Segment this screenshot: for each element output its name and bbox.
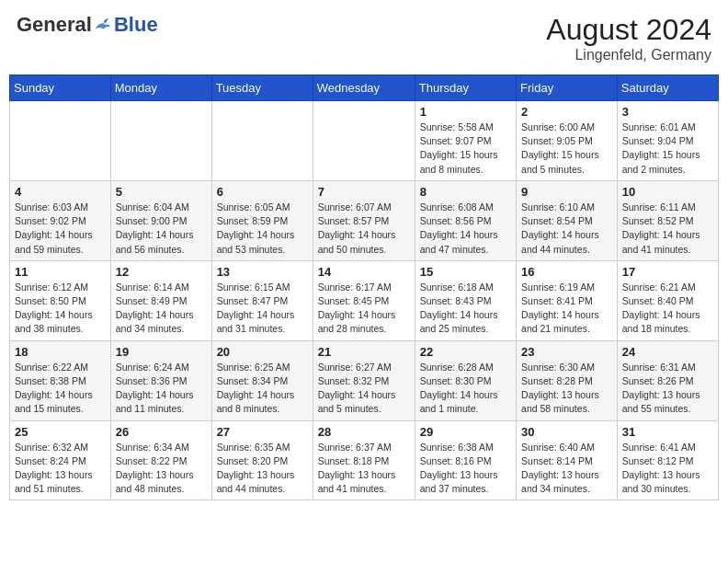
col-header-thursday: Thursday <box>415 75 516 101</box>
day-info: Sunrise: 6:00 AM Sunset: 9:05 PM Dayligh… <box>521 121 612 177</box>
calendar-week-row: 18Sunrise: 6:22 AM Sunset: 8:38 PM Dayli… <box>10 340 719 420</box>
day-number: 2 <box>521 105 612 119</box>
title-block: August 2024 Lingenfeld, Germany <box>546 13 711 63</box>
day-number: 11 <box>15 265 106 279</box>
day-info: Sunrise: 6:38 AM Sunset: 8:16 PM Dayligh… <box>420 441 511 497</box>
day-number: 12 <box>116 265 207 279</box>
day-number: 16 <box>521 265 612 279</box>
calendar-cell: 18Sunrise: 6:22 AM Sunset: 8:38 PM Dayli… <box>10 340 111 420</box>
day-info: Sunrise: 6:10 AM Sunset: 8:54 PM Dayligh… <box>521 201 612 257</box>
logo: General Blue <box>17 13 158 37</box>
day-info: Sunrise: 6:40 AM Sunset: 8:14 PM Dayligh… <box>521 441 612 497</box>
calendar-cell: 31Sunrise: 6:41 AM Sunset: 8:12 PM Dayli… <box>617 420 718 500</box>
calendar-week-row: 25Sunrise: 6:32 AM Sunset: 8:24 PM Dayli… <box>10 420 719 500</box>
day-info: Sunrise: 6:31 AM Sunset: 8:26 PM Dayligh… <box>622 361 713 417</box>
day-info: Sunrise: 6:04 AM Sunset: 9:00 PM Dayligh… <box>116 201 207 257</box>
day-number: 18 <box>15 345 106 359</box>
day-info: Sunrise: 6:18 AM Sunset: 8:43 PM Dayligh… <box>420 281 511 337</box>
logo-blue-text: Blue <box>114 13 158 37</box>
day-info: Sunrise: 6:01 AM Sunset: 9:04 PM Dayligh… <box>622 121 713 177</box>
day-number: 25 <box>15 425 106 439</box>
day-number: 22 <box>420 345 511 359</box>
calendar-week-row: 4Sunrise: 6:03 AM Sunset: 9:02 PM Daylig… <box>10 180 719 260</box>
day-info: Sunrise: 6:27 AM Sunset: 8:32 PM Dayligh… <box>318 361 410 417</box>
day-info: Sunrise: 6:34 AM Sunset: 8:22 PM Dayligh… <box>116 441 207 497</box>
col-header-wednesday: Wednesday <box>313 75 415 101</box>
day-number: 17 <box>622 265 713 279</box>
day-number: 24 <box>622 345 713 359</box>
calendar-cell: 19Sunrise: 6:24 AM Sunset: 8:36 PM Dayli… <box>110 340 211 420</box>
day-info: Sunrise: 6:24 AM Sunset: 8:36 PM Dayligh… <box>116 361 207 417</box>
day-number: 23 <box>521 345 612 359</box>
calendar-cell: 10Sunrise: 6:11 AM Sunset: 8:52 PM Dayli… <box>617 180 718 260</box>
calendar-cell: 5Sunrise: 6:04 AM Sunset: 9:00 PM Daylig… <box>110 180 211 260</box>
calendar-header-row: SundayMondayTuesdayWednesdayThursdayFrid… <box>10 75 719 101</box>
day-info: Sunrise: 6:17 AM Sunset: 8:45 PM Dayligh… <box>318 281 410 337</box>
day-number: 4 <box>15 185 106 199</box>
day-number: 7 <box>318 185 410 199</box>
day-number: 15 <box>420 265 511 279</box>
col-header-friday: Friday <box>517 75 618 101</box>
day-info: Sunrise: 6:03 AM Sunset: 9:02 PM Dayligh… <box>15 201 106 257</box>
day-number: 1 <box>420 105 511 119</box>
logo-bird-icon <box>94 17 114 33</box>
calendar-table: SundayMondayTuesdayWednesdayThursdayFrid… <box>9 75 719 500</box>
calendar-cell <box>313 101 415 181</box>
calendar-cell: 26Sunrise: 6:34 AM Sunset: 8:22 PM Dayli… <box>110 420 211 500</box>
calendar-cell: 30Sunrise: 6:40 AM Sunset: 8:14 PM Dayli… <box>517 420 618 500</box>
day-info: Sunrise: 6:22 AM Sunset: 8:38 PM Dayligh… <box>15 361 106 417</box>
day-number: 9 <box>521 185 612 199</box>
col-header-saturday: Saturday <box>617 75 718 101</box>
day-info: Sunrise: 6:07 AM Sunset: 8:57 PM Dayligh… <box>318 201 410 257</box>
calendar-cell: 25Sunrise: 6:32 AM Sunset: 8:24 PM Dayli… <box>10 420 111 500</box>
calendar-cell: 22Sunrise: 6:28 AM Sunset: 8:30 PM Dayli… <box>415 340 516 420</box>
day-number: 21 <box>318 345 410 359</box>
day-info: Sunrise: 6:14 AM Sunset: 8:49 PM Dayligh… <box>116 281 207 337</box>
day-number: 30 <box>521 425 612 439</box>
day-number: 10 <box>622 185 713 199</box>
day-number: 5 <box>116 185 207 199</box>
calendar-cell: 16Sunrise: 6:19 AM Sunset: 8:41 PM Dayli… <box>517 260 618 340</box>
day-info: Sunrise: 6:37 AM Sunset: 8:18 PM Dayligh… <box>318 441 410 497</box>
calendar-cell: 21Sunrise: 6:27 AM Sunset: 8:32 PM Dayli… <box>313 340 415 420</box>
day-number: 3 <box>622 105 713 119</box>
calendar-week-row: 1Sunrise: 5:58 AM Sunset: 9:07 PM Daylig… <box>10 101 719 181</box>
calendar-cell: 2Sunrise: 6:00 AM Sunset: 9:05 PM Daylig… <box>517 101 618 181</box>
day-info: Sunrise: 6:19 AM Sunset: 8:41 PM Dayligh… <box>521 281 612 337</box>
day-number: 29 <box>420 425 511 439</box>
day-number: 13 <box>217 265 308 279</box>
day-info: Sunrise: 6:11 AM Sunset: 8:52 PM Dayligh… <box>622 201 713 257</box>
calendar-cell <box>211 101 313 181</box>
calendar-cell: 15Sunrise: 6:18 AM Sunset: 8:43 PM Dayli… <box>415 260 516 340</box>
calendar-cell: 24Sunrise: 6:31 AM Sunset: 8:26 PM Dayli… <box>617 340 718 420</box>
calendar-cell: 6Sunrise: 6:05 AM Sunset: 8:59 PM Daylig… <box>211 180 313 260</box>
col-header-monday: Monday <box>110 75 211 101</box>
calendar-cell: 20Sunrise: 6:25 AM Sunset: 8:34 PM Dayli… <box>211 340 313 420</box>
day-number: 28 <box>318 425 410 439</box>
calendar-cell: 14Sunrise: 6:17 AM Sunset: 8:45 PM Dayli… <box>313 260 415 340</box>
day-info: Sunrise: 6:08 AM Sunset: 8:56 PM Dayligh… <box>420 201 511 257</box>
calendar-cell: 8Sunrise: 6:08 AM Sunset: 8:56 PM Daylig… <box>415 180 516 260</box>
day-info: Sunrise: 6:41 AM Sunset: 8:12 PM Dayligh… <box>622 441 713 497</box>
day-number: 26 <box>116 425 207 439</box>
calendar-cell <box>110 101 211 181</box>
calendar-week-row: 11Sunrise: 6:12 AM Sunset: 8:50 PM Dayli… <box>10 260 719 340</box>
calendar-cell: 4Sunrise: 6:03 AM Sunset: 9:02 PM Daylig… <box>10 180 111 260</box>
calendar-cell: 7Sunrise: 6:07 AM Sunset: 8:57 PM Daylig… <box>313 180 415 260</box>
month-year-title: August 2024 <box>546 13 711 47</box>
calendar-cell: 17Sunrise: 6:21 AM Sunset: 8:40 PM Dayli… <box>617 260 718 340</box>
calendar-cell: 13Sunrise: 6:15 AM Sunset: 8:47 PM Dayli… <box>211 260 313 340</box>
calendar-cell: 11Sunrise: 6:12 AM Sunset: 8:50 PM Dayli… <box>10 260 111 340</box>
day-number: 8 <box>420 185 511 199</box>
calendar-cell: 28Sunrise: 6:37 AM Sunset: 8:18 PM Dayli… <box>313 420 415 500</box>
day-info: Sunrise: 6:35 AM Sunset: 8:20 PM Dayligh… <box>217 441 308 497</box>
calendar-cell: 3Sunrise: 6:01 AM Sunset: 9:04 PM Daylig… <box>617 101 718 181</box>
calendar-cell: 9Sunrise: 6:10 AM Sunset: 8:54 PM Daylig… <box>517 180 618 260</box>
calendar-cell: 1Sunrise: 5:58 AM Sunset: 9:07 PM Daylig… <box>415 101 516 181</box>
calendar-cell: 27Sunrise: 6:35 AM Sunset: 8:20 PM Dayli… <box>211 420 313 500</box>
day-info: Sunrise: 6:15 AM Sunset: 8:47 PM Dayligh… <box>217 281 308 337</box>
logo-general-text: General <box>17 13 92 37</box>
day-number: 19 <box>116 345 207 359</box>
day-info: Sunrise: 5:58 AM Sunset: 9:07 PM Dayligh… <box>420 121 511 177</box>
day-info: Sunrise: 6:12 AM Sunset: 8:50 PM Dayligh… <box>15 281 106 337</box>
